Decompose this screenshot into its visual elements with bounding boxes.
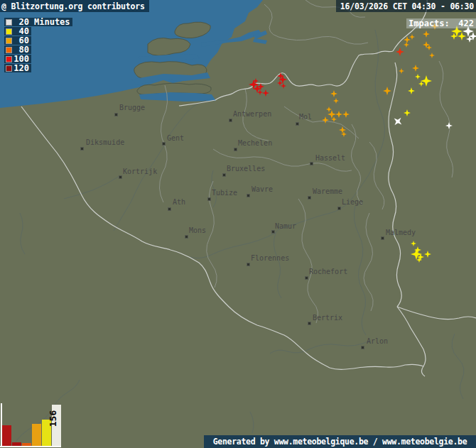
legend-color-swatch <box>6 19 12 26</box>
city-label: Diksmuide <box>86 139 124 146</box>
city-label: Liege <box>342 199 363 206</box>
histogram-bar <box>32 424 41 446</box>
city-marker <box>308 322 311 325</box>
impacts-label: Impacts: <box>409 18 450 28</box>
city-marker <box>114 113 118 116</box>
legend-color-swatch <box>6 28 12 35</box>
histogram-count-label: 156 <box>48 410 58 427</box>
city-marker <box>185 235 188 239</box>
city-marker <box>247 194 250 197</box>
legend-minutes-value: 40 <box>13 28 29 35</box>
city-marker <box>308 196 311 200</box>
city-label: Tubize <box>212 190 237 197</box>
city-label: Antwerpen <box>233 111 271 118</box>
city-marker <box>337 207 341 210</box>
footer-credit-bar: Generated by www.meteobelgique.be / www.… <box>204 435 476 448</box>
city-marker <box>222 173 226 177</box>
impacts-histogram: 156 <box>0 398 85 448</box>
city-label: Malmedy <box>386 229 416 236</box>
city-marker <box>381 236 384 240</box>
city-label: Rochefort <box>309 268 347 275</box>
legend-row: 20 Minutes <box>4 18 72 26</box>
city-label: Arlon <box>367 338 388 345</box>
city-label: Bruxelles <box>227 165 265 173</box>
attribution-bar: @ Blitzortung.org contributors <box>0 0 149 12</box>
legend-color-swatch <box>6 56 12 62</box>
city-label: Gent <box>167 135 184 142</box>
age-legend: 20 Minutes 40 60 80 100 120 <box>4 18 72 73</box>
legend-minutes-value: 120 <box>13 65 29 72</box>
city-label: Ath <box>173 199 185 206</box>
city-label: Hasselt <box>315 155 345 162</box>
city-label: Kortrijk <box>123 168 157 175</box>
city-label: Waremme <box>313 188 342 195</box>
city-marker <box>162 142 166 146</box>
legend-row: 120 <box>4 64 31 72</box>
histogram-bar <box>22 443 31 446</box>
city-label: Mons <box>189 227 206 234</box>
legend-color-swatch <box>6 65 12 72</box>
legend-row: 60 <box>4 36 31 45</box>
city-marker <box>168 207 171 211</box>
lightning-map-screen: @ Blitzortung.org contributors 16/03/202… <box>0 0 476 448</box>
impacts-value: 422 <box>458 18 474 28</box>
city-marker <box>234 148 237 151</box>
legend-minutes-suffix: Minutes <box>34 18 70 26</box>
city-marker <box>271 230 275 234</box>
city-marker <box>207 197 211 201</box>
legend-color-swatch <box>6 47 12 53</box>
legend-row: 80 <box>4 45 31 54</box>
city-label: Mol <box>299 114 312 121</box>
city-marker <box>80 147 84 151</box>
city-marker <box>229 119 232 122</box>
city-marker <box>296 122 299 126</box>
histogram-x-axis <box>0 446 61 447</box>
legend-row: 40 <box>4 27 31 35</box>
city-label: Brugge <box>119 104 145 111</box>
city-marker <box>310 162 313 165</box>
legend-minutes-value: 60 <box>13 37 29 44</box>
legend-minutes-value: 20 <box>13 18 29 26</box>
city-marker <box>247 263 250 266</box>
legend-minutes-value: 80 <box>13 46 29 53</box>
legend-color-swatch <box>6 38 12 44</box>
datetime-bar: 16/03/2026 CET 04:30 - 06:30 <box>336 0 476 12</box>
city-marker <box>305 276 308 280</box>
histogram-bar <box>2 425 11 446</box>
impacts-counter: Impacts: 422 <box>406 18 476 28</box>
legend-row: 100 <box>4 55 31 63</box>
attribution-text: @ Blitzortung.org contributors <box>1 1 145 11</box>
city-label: Mechelen <box>238 140 272 147</box>
city-label: Bertrix <box>313 315 342 322</box>
city-marker <box>361 346 364 349</box>
city-label: Namur <box>275 223 296 230</box>
city-label: Wavre <box>251 186 273 193</box>
legend-minutes-value: 100 <box>13 55 29 62</box>
city-marker <box>119 175 122 179</box>
histogram-bar <box>12 442 21 446</box>
datetime-text: 16/03/2026 CET 04:30 - 06:30 <box>340 1 474 11</box>
city-label: Florennes <box>251 255 289 262</box>
footer-credit-text: Generated by www.meteobelgique.be / www.… <box>213 437 467 447</box>
